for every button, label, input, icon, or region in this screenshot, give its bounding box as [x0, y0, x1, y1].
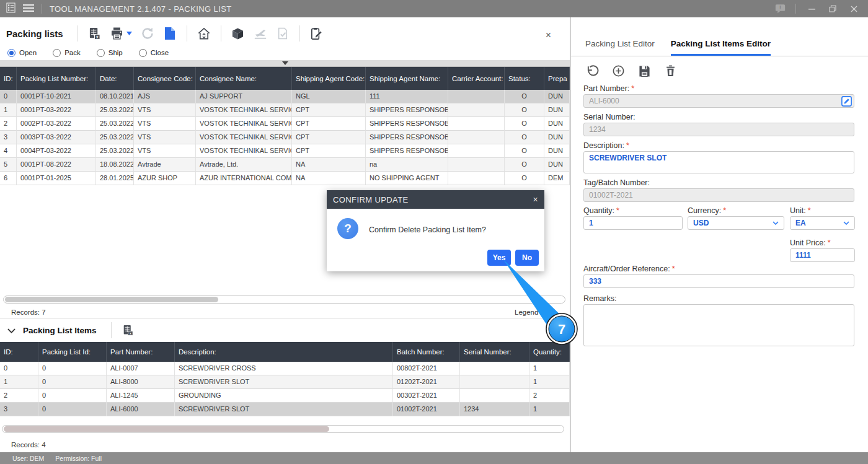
table-row[interactable]: 00ALI-0007SCREWDRIVER CROSS00802T-20211 [0, 362, 570, 375]
packing-lists-table-body: 00001PT-10-202108.10.2021AJSAJ SUPPORTNG… [0, 90, 570, 185]
packing-lists-hscrollbar[interactable] [3, 295, 565, 304]
question-icon: ? [337, 218, 358, 239]
column-header[interactable]: Packing List Id: [38, 342, 107, 362]
table-cell: SHIPPERS RESPONSOBILITY [366, 117, 448, 131]
column-header[interactable]: Quantity: [529, 342, 570, 362]
home-receive-icon[interactable] [196, 25, 212, 42]
field-label: Remarks: [583, 294, 616, 303]
column-header[interactable]: Status: [505, 67, 544, 90]
new-document-icon[interactable] [162, 25, 178, 42]
radio-open[interactable]: Open [7, 49, 37, 57]
excel-export-icon[interactable]: x [87, 25, 103, 42]
excel-export-icon[interactable]: x [120, 322, 136, 338]
editor-panel: Packing List Editor Packing List Items E… [570, 17, 868, 452]
table-row[interactable]: 60001PT-01-202528.01.2025AZUR SHOPAZUR I… [0, 172, 570, 185]
save-icon[interactable] [637, 64, 651, 77]
table-cell: 1 [0, 375, 38, 389]
tab-packing-list-editor[interactable]: Packing List Editor [585, 39, 655, 56]
table-row[interactable]: 40004PT-03-202225.03.2022VTSVOSTOK TECHN… [0, 144, 570, 158]
scrollbar-thumb[interactable] [5, 297, 218, 302]
table-row[interactable]: 20002PT-03-202225.03.2022VTSVOSTOK TECHN… [0, 117, 570, 131]
table-row[interactable]: 50001PT-08-202218.08.2022AvtradeAvtrade,… [0, 158, 570, 172]
close-icon[interactable] [848, 3, 859, 14]
quantity-field[interactable] [583, 216, 683, 230]
table-cell: ALI-0007 [107, 362, 175, 375]
column-header[interactable]: Prepa [544, 67, 570, 90]
column-header[interactable]: Consignee Name: [196, 67, 292, 90]
part-lookup-icon[interactable] [841, 96, 852, 107]
table-cell: SCREWDRIVER SLOT [175, 403, 393, 416]
legend-link[interactable]: Legend [515, 309, 538, 316]
table-cell: 6 [0, 172, 17, 185]
unit-price-field[interactable] [790, 248, 855, 262]
status-filter-radios: Open Pack Ship Close [6, 45, 564, 61]
column-header[interactable]: Carrier Account: [448, 67, 505, 90]
trash-icon[interactable] [663, 64, 677, 77]
minimize-icon[interactable] [806, 3, 817, 14]
radio-close[interactable]: Close [139, 49, 169, 57]
serial-number-field[interactable] [583, 123, 854, 136]
feedback-bubble-icon[interactable]: ! [774, 3, 786, 14]
refresh-icon [140, 25, 156, 42]
table-row[interactable]: 30ALI-6000SCREWDRIVER SLOT01002T-2021123… [0, 403, 570, 416]
column-drop-strip[interactable] [0, 60, 570, 67]
tag-batch-field[interactable] [583, 188, 854, 202]
hamburger-icon[interactable] [23, 3, 34, 14]
column-header[interactable]: Part Number: [107, 342, 175, 362]
statusbar: User: DEM Permission: Full [0, 452, 868, 464]
column-header[interactable]: Packing List Number: [17, 67, 96, 90]
part-number-field[interactable] [583, 94, 854, 108]
remarks-field[interactable] [583, 304, 854, 346]
print-dropdown-caret-icon[interactable] [126, 25, 133, 42]
no-button[interactable]: No [515, 250, 539, 266]
description-field[interactable]: SCREWDRIVER SLOT [583, 151, 854, 173]
table-cell: DUN [544, 131, 570, 144]
table-cell: 0 [38, 375, 107, 389]
table-cell [448, 172, 505, 185]
table-row[interactable]: 00001PT-10-202108.10.2021AJSAJ SUPPORTNG… [0, 90, 570, 103]
table-cell: NO SHIPPING AGENT [366, 172, 448, 185]
dialog-close-icon[interactable]: × [533, 195, 538, 204]
table-cell: 0 [0, 90, 17, 103]
undo-icon[interactable] [585, 64, 599, 77]
print-icon[interactable] [109, 25, 125, 42]
table-row[interactable]: 30003PT-03-202225.03.2022VTSVOSTOK TECHN… [0, 131, 570, 144]
column-header[interactable]: Date: [96, 67, 134, 90]
scrollbar-thumb[interactable] [4, 426, 329, 432]
add-circle-icon[interactable] [611, 64, 625, 77]
radio-circle [53, 49, 61, 57]
table-cell: SHIPPERS RESPONSOBILITY [366, 131, 448, 144]
column-header[interactable]: Batch Number: [393, 342, 460, 362]
radio-pack[interactable]: Pack [53, 49, 81, 57]
table-cell: 2 [0, 117, 17, 131]
column-header[interactable]: ID: [0, 67, 17, 90]
table-cell [448, 117, 505, 131]
table-row[interactable]: 10001PT-03-202225.03.2022VTSVOSTOK TECHN… [0, 103, 570, 117]
column-header[interactable]: Shipping Agent Name: [366, 67, 448, 90]
table-cell: ALI-8000 [107, 375, 175, 389]
restore-icon[interactable] [827, 3, 838, 14]
table-row[interactable]: 20ALI-1245GROUNDING00302T-20212 [0, 389, 570, 403]
unit-select[interactable]: EA [790, 216, 855, 230]
column-header[interactable]: Shipping Agent Code: [292, 67, 366, 90]
column-header[interactable]: Description: [175, 342, 393, 362]
yes-button[interactable]: Yes [487, 250, 511, 266]
packing-lists-toolbar: Packing lists x [0, 17, 570, 59]
chevron-down-icon[interactable] [7, 325, 16, 336]
table-cell: 0 [38, 362, 107, 375]
items-hscrollbar[interactable] [2, 425, 564, 433]
column-header[interactable]: Consignee Code: [134, 67, 196, 90]
package-icon[interactable] [230, 25, 246, 42]
tab-packing-list-items-editor[interactable]: Packing List Items Editor [671, 39, 771, 56]
radio-ship[interactable]: Ship [97, 49, 123, 57]
table-cell: NA [292, 158, 366, 172]
close-view-icon[interactable]: × [546, 31, 551, 40]
table-cell: AJ SUPPORT [196, 90, 292, 103]
aircraft-order-reference-field[interactable] [583, 274, 854, 288]
currency-select[interactable]: USD [688, 216, 784, 230]
column-header[interactable]: ID: [0, 342, 38, 362]
table-cell: DUN [544, 158, 570, 172]
column-header[interactable]: Serial Number: [460, 342, 529, 362]
edit-clipboard-icon[interactable] [309, 25, 325, 42]
table-row[interactable]: 10ALI-8000SCREWDRIVER SLOT01202T-20211 [0, 375, 570, 389]
